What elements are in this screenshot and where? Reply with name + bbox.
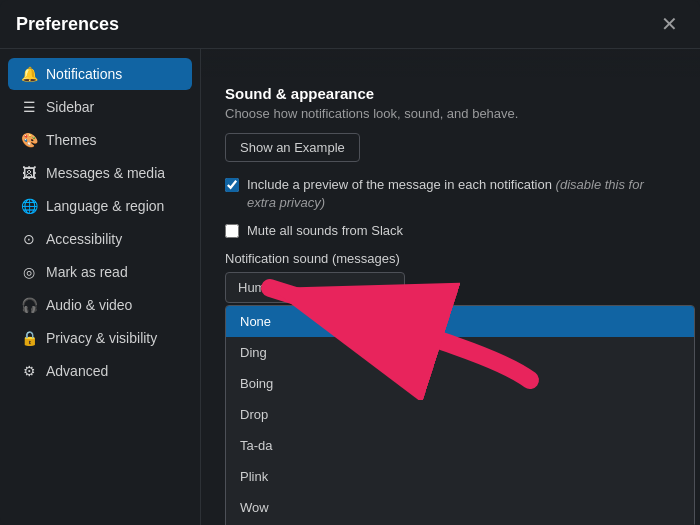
sidebar-item-label-themes: Themes xyxy=(46,132,97,148)
sidebar-item-messages-media[interactable]: 🖼Messages & media xyxy=(8,157,192,189)
dropdown-option-plink[interactable]: Plink xyxy=(226,461,694,492)
top-fade-overlay xyxy=(201,49,700,77)
sidebar-item-themes[interactable]: 🎨Themes xyxy=(8,124,192,156)
dropdown-option-none[interactable]: None xyxy=(226,306,694,337)
sidebar-item-notifications[interactable]: 🔔Notifications xyxy=(8,58,192,90)
themes-icon: 🎨 xyxy=(20,131,38,149)
sidebar-item-label-audio-video: Audio & video xyxy=(46,297,132,313)
modal-header: Preferences ✕ xyxy=(0,0,700,49)
dropdown-option-boing[interactable]: Boing xyxy=(226,368,694,399)
section-desc: Choose how notifications look, sound, an… xyxy=(225,106,676,121)
preview-checkbox[interactable] xyxy=(225,178,239,192)
sidebar-item-label-mark-as-read: Mark as read xyxy=(46,264,128,280)
modal-title: Preferences xyxy=(16,14,119,35)
sidebar-icon: ☰ xyxy=(20,98,38,116)
sidebar-item-label-messages-media: Messages & media xyxy=(46,165,165,181)
privacy-visibility-icon: 🔒 xyxy=(20,329,38,347)
advanced-icon: ⚙ xyxy=(20,362,38,380)
sidebar-item-privacy-visibility[interactable]: 🔒Privacy & visibility xyxy=(8,322,192,354)
dropdown-option-wow[interactable]: Wow xyxy=(226,492,694,523)
show-example-button[interactable]: Show an Example xyxy=(225,133,360,162)
preview-checkbox-label: Include a preview of the message in each… xyxy=(247,176,676,212)
mute-checkbox[interactable] xyxy=(225,224,239,238)
dropdown-label: Notification sound (messages) xyxy=(225,251,676,266)
close-button[interactable]: ✕ xyxy=(655,10,684,38)
mute-checkbox-label: Mute all sounds from Slack xyxy=(247,222,403,240)
sidebar-item-label-sidebar: Sidebar xyxy=(46,99,94,115)
content-scroll: Sound & appearance Choose how notificati… xyxy=(201,49,700,319)
sidebar-item-accessibility[interactable]: ⊙Accessibility xyxy=(8,223,192,255)
notification-sound-dropdown[interactable]: Hummus ▾ xyxy=(225,272,405,303)
accessibility-icon: ⊙ xyxy=(20,230,38,248)
dropdown-options-list: NoneDingBoingDropTa-daPlinkWowHere you g… xyxy=(225,305,695,525)
sidebar-item-audio-video[interactable]: 🎧Audio & video xyxy=(8,289,192,321)
language-region-icon: 🌐 xyxy=(20,197,38,215)
dropdown-current-value: Hummus xyxy=(238,280,290,295)
dropdown-option-drop[interactable]: Drop xyxy=(226,399,694,430)
audio-video-icon: 🎧 xyxy=(20,296,38,314)
sidebar-item-mark-as-read[interactable]: ◎Mark as read xyxy=(8,256,192,288)
dropdown-option-ta-da[interactable]: Ta-da xyxy=(226,430,694,461)
sidebar-item-label-language-region: Language & region xyxy=(46,198,164,214)
main-content: Sound & appearance Choose how notificati… xyxy=(200,49,700,525)
sidebar-item-sidebar[interactable]: ☰Sidebar xyxy=(8,91,192,123)
sidebar-item-language-region[interactable]: 🌐Language & region xyxy=(8,190,192,222)
mute-checkbox-row: Mute all sounds from Slack xyxy=(225,222,676,240)
dropdown-option-ding[interactable]: Ding xyxy=(226,337,694,368)
modal-body: 🔔Notifications☰Sidebar🎨Themes🖼Messages &… xyxy=(0,49,700,525)
notifications-icon: 🔔 xyxy=(20,65,38,83)
sidebar: 🔔Notifications☰Sidebar🎨Themes🖼Messages &… xyxy=(0,49,200,525)
sidebar-item-label-advanced: Advanced xyxy=(46,363,108,379)
preferences-modal: Preferences ✕ 🔔Notifications☰Sidebar🎨The… xyxy=(0,0,700,525)
preview-checkbox-row: Include a preview of the message in each… xyxy=(225,176,676,212)
sidebar-item-advanced[interactable]: ⚙Advanced xyxy=(8,355,192,387)
chevron-down-icon: ▾ xyxy=(385,280,392,295)
sidebar-item-label-privacy-visibility: Privacy & visibility xyxy=(46,330,157,346)
mark-as-read-icon: ◎ xyxy=(20,263,38,281)
messages-media-icon: 🖼 xyxy=(20,164,38,182)
sidebar-item-label-notifications: Notifications xyxy=(46,66,122,82)
notification-sound-dropdown-wrapper: Hummus ▾ NoneDingBoingDropTa-daPlinkWowH… xyxy=(225,272,405,303)
section-title: Sound & appearance xyxy=(225,85,676,102)
sidebar-item-label-accessibility: Accessibility xyxy=(46,231,122,247)
